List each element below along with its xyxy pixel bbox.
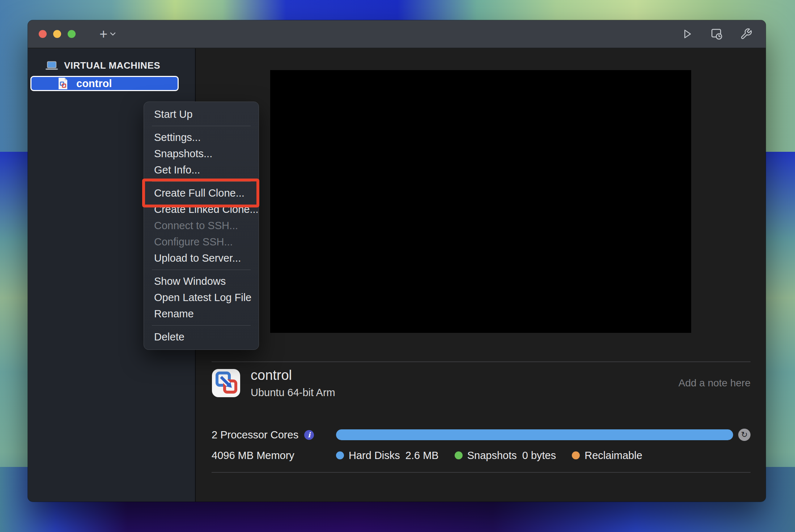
- minimize-button[interactable]: [53, 30, 61, 38]
- wrench-icon: [740, 28, 752, 40]
- vm-info-header: control Ubuntu 64-bit Arm Add a note her…: [212, 368, 751, 398]
- plus-icon: +: [99, 27, 107, 41]
- note-input[interactable]: Add a note here: [679, 377, 751, 389]
- vm-titles: control Ubuntu 64-bit Arm: [251, 368, 335, 399]
- vm-name: control: [251, 368, 335, 383]
- menu-item-settings[interactable]: Settings...: [144, 129, 259, 146]
- disk-usage: ↻ Hard Disks 2.6 MB Snapshots 0 bytes: [336, 429, 751, 462]
- legend-item-reclaimable: Reclaimable: [572, 450, 648, 462]
- traffic-lights: [39, 30, 76, 38]
- vm-stats: 2 Processor Cores i 4096 MB Memory ↻: [212, 429, 751, 470]
- menu-item-create-linked-clone[interactable]: Create Linked Clone...: [144, 201, 259, 218]
- processor-label: 2 Processor Cores: [212, 429, 298, 441]
- refresh-icon[interactable]: ↻: [738, 429, 751, 441]
- vm-os: Ubuntu 64-bit Arm: [251, 387, 335, 399]
- legend-dot-green: [455, 451, 463, 459]
- sidebar-item-label: control: [76, 78, 112, 90]
- add-vm-button[interactable]: +: [99, 27, 116, 41]
- vmware-fusion-icon: [212, 369, 241, 398]
- menu-item-connect-to-ssh: Connect to SSH...: [144, 218, 259, 234]
- menu-item-rename[interactable]: Rename: [144, 306, 259, 322]
- menu-item-delete[interactable]: Delete: [144, 329, 259, 345]
- legend-dot-blue: [336, 451, 344, 459]
- vm-screen-preview[interactable]: [270, 70, 691, 333]
- disk-usage-bar: [336, 429, 733, 440]
- menu-separator: [152, 126, 251, 126]
- close-button[interactable]: [39, 30, 47, 38]
- hardware-summary: 2 Processor Cores i 4096 MB Memory: [212, 429, 336, 470]
- chevron-down-icon: [110, 32, 116, 36]
- menu-separator: [152, 270, 251, 270]
- menu-item-configure-ssh: Configure SSH...: [144, 234, 259, 250]
- sidebar-item-control[interactable]: control: [30, 76, 179, 91]
- menu-item-snapshots[interactable]: Snapshots...: [144, 146, 259, 162]
- laptop-icon: [45, 61, 58, 70]
- vmware-fusion-window: +: [28, 20, 766, 502]
- menu-item-upload-to-server[interactable]: Upload to Server...: [144, 250, 259, 266]
- snapshots-icon: [710, 27, 723, 40]
- sidebar-header-label: VIRTUAL MACHINES: [64, 60, 160, 71]
- legend-dot-orange: [572, 451, 580, 459]
- divider: [212, 361, 751, 362]
- zoom-button[interactable]: [68, 30, 76, 38]
- disk-legend: Hard Disks 2.6 MB Snapshots 0 bytes Recl…: [336, 449, 751, 462]
- legend-item-hard-disks: Hard Disks 2.6 MB: [336, 450, 439, 462]
- sidebar-header: VIRTUAL MACHINES: [28, 48, 195, 78]
- disk-usage-bar-fill: [336, 429, 733, 440]
- menu-item-start-up[interactable]: Start Up: [144, 106, 259, 123]
- desktop: { "colors": { "selection_blue": "#2c60db…: [0, 0, 795, 532]
- menu-item-open-latest-log-file[interactable]: Open Latest Log File: [144, 289, 259, 306]
- titlebar: +: [28, 20, 766, 48]
- start-vm-button[interactable]: [680, 27, 693, 40]
- memory-label: 4096 MB Memory: [212, 450, 294, 462]
- vm-file-icon: [58, 77, 68, 90]
- legend-item-snapshots: Snapshots 0 bytes: [455, 450, 556, 462]
- toolbar: [680, 27, 753, 40]
- settings-button[interactable]: [740, 27, 753, 40]
- context-menu: Start Up Settings... Snapshots... Get In…: [144, 102, 259, 350]
- menu-item-show-windows[interactable]: Show Windows: [144, 273, 259, 289]
- menu-item-create-full-clone[interactable]: Create Full Clone...: [144, 185, 259, 201]
- divider: [212, 472, 751, 473]
- menu-separator: [152, 325, 251, 326]
- main-content: control Ubuntu 64-bit Arm Add a note her…: [196, 48, 766, 502]
- menu-item-get-info[interactable]: Get Info...: [144, 162, 259, 178]
- snapshots-button[interactable]: [710, 27, 723, 40]
- info-icon[interactable]: i: [304, 430, 314, 440]
- play-icon: [681, 28, 693, 40]
- menu-separator: [152, 181, 251, 182]
